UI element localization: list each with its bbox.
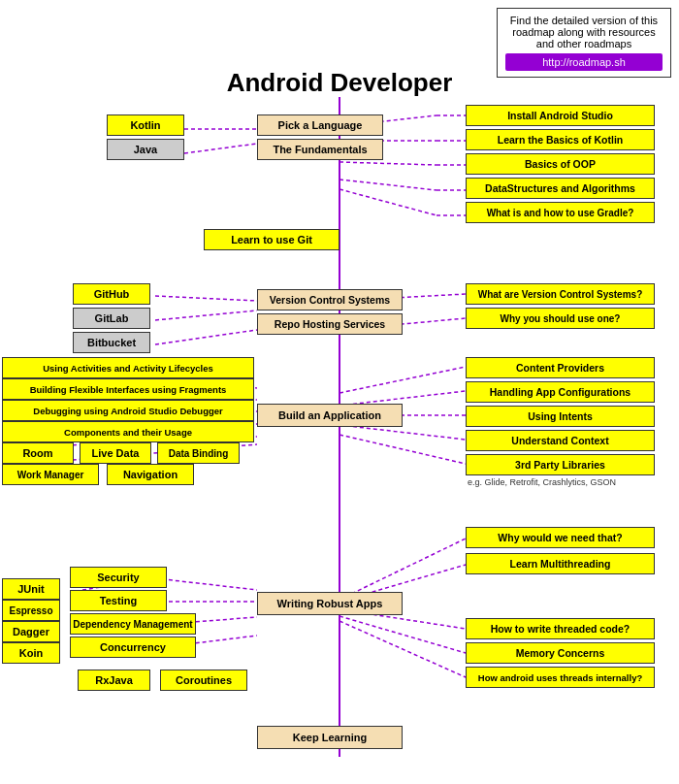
components-node[interactable]: Components and their Usage: [2, 421, 254, 442]
concurrency-node[interactable]: Concurrency: [70, 637, 196, 658]
info-box: Find the detailed version of this roadma…: [497, 8, 671, 78]
svg-line-43: [340, 621, 466, 677]
svg-line-30: [340, 435, 466, 464]
workmanager-node[interactable]: Work Manager: [2, 464, 99, 485]
kotlin-node[interactable]: Kotlin: [107, 114, 184, 136]
svg-line-15: [155, 310, 257, 320]
fragments-node[interactable]: Building Flexible Interfaces using Fragm…: [2, 378, 254, 400]
livedata-node[interactable]: Live Data: [80, 442, 151, 464]
threaded-code-node[interactable]: How to write threaded code?: [466, 618, 655, 639]
why-need-node[interactable]: Why would we need that?: [466, 527, 655, 548]
understand-context-node[interactable]: Understand Context: [466, 430, 655, 451]
learn-git-node[interactable]: Learn to use Git: [204, 229, 340, 250]
svg-line-9: [340, 180, 436, 190]
svg-line-7: [340, 162, 436, 165]
room-node[interactable]: Room: [2, 442, 74, 464]
dependency-node[interactable]: Dependency Management: [70, 613, 196, 635]
fundamentals-node[interactable]: The Fundamentals: [257, 139, 383, 160]
debugging-node[interactable]: Debugging using Android Studio Debugger: [2, 400, 254, 421]
data-structures-node[interactable]: DataStructures and Algorithms: [466, 178, 655, 199]
gradle-node[interactable]: What is and how to use Gradle?: [466, 202, 655, 223]
bitbucket-node[interactable]: Bitbucket: [73, 332, 150, 353]
svg-line-42: [340, 616, 466, 653]
basics-oop-node[interactable]: Basics of OOP: [466, 153, 655, 175]
rxjava-node[interactable]: RxJava: [78, 670, 150, 691]
multithreading-node[interactable]: Learn Multithreading: [466, 553, 655, 574]
junit-node[interactable]: JUnit: [2, 578, 60, 600]
navigation-node[interactable]: Navigation: [107, 464, 194, 485]
repo-hosting-node[interactable]: Repo Hosting Services: [257, 313, 403, 335]
vcs-node[interactable]: Version Control Systems: [257, 289, 403, 310]
coroutines-node[interactable]: Coroutines: [160, 670, 247, 691]
security-node[interactable]: Security: [70, 567, 167, 588]
page-title: Android Developer: [227, 68, 453, 98]
third-party-note: e.g. Glide, Retrofit, Crashlytics, GSON: [468, 477, 616, 487]
svg-line-11: [340, 189, 436, 215]
svg-line-14: [155, 296, 257, 301]
keep-learning-node[interactable]: Keep Learning: [257, 726, 403, 749]
svg-line-29: [340, 425, 466, 440]
handling-config-node[interactable]: Handling App Configurations: [466, 381, 655, 403]
svg-line-2: [184, 144, 257, 153]
writing-robust-node[interactable]: Writing Robust Apps: [257, 592, 403, 615]
pick-language-node[interactable]: Pick a Language: [257, 114, 383, 136]
why-vcs-node[interactable]: Why you should use one?: [466, 308, 655, 329]
activities-node[interactable]: Using Activities and Activity Lifecycles: [2, 357, 254, 378]
koin-node[interactable]: Koin: [2, 642, 60, 664]
page: Find the detailed version of this roadma…: [0, 0, 679, 784]
android-threads-node[interactable]: How android uses threads internally?: [466, 667, 655, 688]
content-providers-node[interactable]: Content Providers: [466, 357, 655, 378]
svg-line-39: [340, 539, 466, 600]
dagger-node[interactable]: Dagger: [2, 621, 60, 642]
svg-line-26: [340, 367, 466, 393]
espresso-node[interactable]: Espresso: [2, 600, 60, 621]
memory-concerns-node[interactable]: Memory Concerns: [466, 642, 655, 664]
what-vcs-node[interactable]: What are Version Control Systems?: [466, 283, 655, 305]
third-party-node[interactable]: 3rd Party Libraries: [466, 454, 655, 475]
gitlab-node[interactable]: GitLab: [73, 308, 150, 329]
databinding-node[interactable]: Data Binding: [157, 442, 240, 464]
github-node[interactable]: GitHub: [73, 283, 150, 305]
url-bar[interactable]: http://roadmap.sh: [505, 53, 663, 71]
using-intents-node[interactable]: Using Intents: [466, 406, 655, 427]
svg-line-35: [155, 578, 257, 590]
info-text: Find the detailed version of this roadma…: [510, 15, 658, 49]
testing-node[interactable]: Testing: [70, 590, 167, 611]
java-node[interactable]: Java: [107, 139, 184, 160]
svg-line-16: [155, 330, 257, 344]
build-app-node[interactable]: Build an Application: [257, 404, 403, 427]
learn-kotlin-node[interactable]: Learn the Basics of Kotlin: [466, 129, 655, 150]
install-studio-node[interactable]: Install Android Studio: [466, 105, 655, 126]
